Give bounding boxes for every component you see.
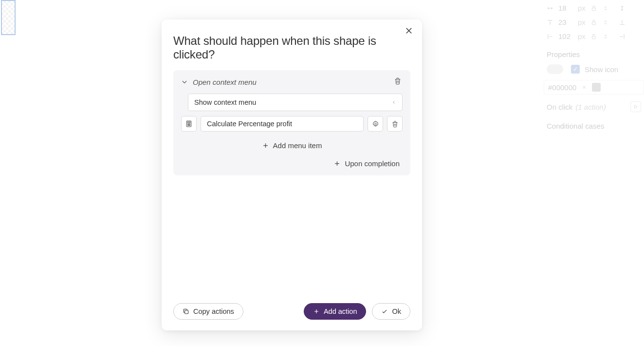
svg-rect-12 — [185, 310, 188, 314]
close-button[interactable] — [403, 24, 415, 39]
svg-point-9 — [188, 125, 189, 126]
chevron-down-icon[interactable] — [181, 78, 188, 85]
ok-button[interactable]: Ok — [372, 303, 410, 320]
ok-label: Ok — [392, 308, 401, 315]
plus-icon — [262, 142, 269, 149]
modal-title: What should happen when this shape is cl… — [162, 19, 422, 70]
add-action-button[interactable]: Add action — [304, 303, 367, 320]
menu-item-input[interactable] — [201, 116, 364, 132]
menu-item-settings-button[interactable] — [368, 116, 383, 132]
menu-item-delete-button[interactable] — [387, 116, 403, 132]
copy-actions-label: Copy actions — [193, 308, 234, 315]
svg-point-5 — [187, 124, 188, 124]
action-title: Open context menu — [193, 78, 388, 86]
svg-point-7 — [189, 124, 190, 124]
delete-action-button[interactable] — [393, 76, 403, 88]
plus-icon — [333, 160, 341, 167]
add-menu-item-button[interactable]: Add menu item — [181, 136, 403, 152]
action-type-label: Show context menu — [194, 98, 391, 106]
upon-completion-label: Upon completion — [345, 159, 400, 168]
chevron-left-icon — [391, 100, 396, 105]
svg-point-6 — [188, 124, 189, 124]
menu-item-row — [181, 116, 403, 132]
check-icon — [381, 308, 388, 315]
svg-point-8 — [187, 125, 188, 126]
upon-completion-button[interactable]: Upon completion — [181, 152, 403, 168]
trash-icon — [391, 120, 399, 128]
svg-rect-4 — [187, 122, 190, 123]
add-action-label: Add action — [324, 308, 357, 315]
calculator-icon — [185, 119, 193, 128]
action-type-select[interactable]: Show context menu — [188, 94, 403, 111]
svg-point-11 — [374, 123, 376, 125]
action-card: Open context menu Show context menu — [173, 70, 410, 175]
actions-modal: What should happen when this shape is cl… — [162, 19, 422, 330]
close-icon — [405, 26, 413, 35]
menu-item-type-button[interactable] — [181, 116, 197, 132]
plus-icon — [313, 308, 320, 315]
copy-actions-button[interactable]: Copy actions — [173, 303, 243, 320]
svg-point-10 — [189, 125, 190, 126]
add-menu-item-label: Add menu item — [273, 141, 322, 150]
trash-icon — [394, 77, 402, 85]
gear-icon — [372, 120, 379, 128]
copy-icon — [183, 308, 189, 315]
